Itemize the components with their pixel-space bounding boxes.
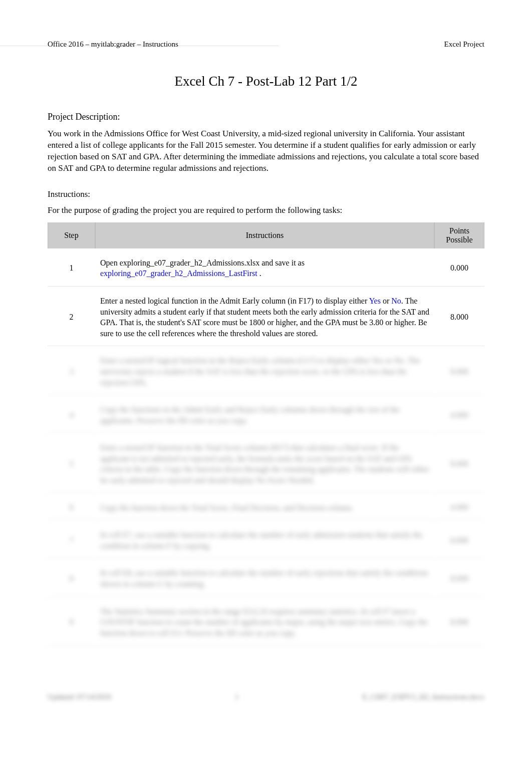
instructions-label: Instructions: [48,189,484,199]
instruction-cell: Enter a nested IF logical function in th… [95,348,434,395]
instruction-cell: The Statistics Summary section in the ra… [95,599,434,646]
step-cell: 4 [48,397,95,433]
instruction-cell: Enter a nested IF function in the Total … [95,435,434,493]
step-cell: 3 [48,348,95,395]
footer-center: 1 [111,693,362,701]
footer-left: Updated: 07/14/2016 [48,693,111,701]
step-cell: 5 [48,435,95,493]
table-row-blurred: 5Enter a nested IF function in the Total… [48,435,484,493]
step-cell: 1 [48,250,95,287]
table-row-blurred: 4Copy the functions in the Admit Early a… [48,397,484,433]
instruction-cell: Copy the function down the Total Score, … [95,495,434,521]
table-row: 1Open exploring_e07_grader_h2_Admissions… [48,250,484,287]
footer-right: E_CH07_EXPV2_H2_Instructions.docx [362,693,484,701]
instructions-table: Step Instructions Points Possible 1Open … [48,220,484,648]
step-cell: 8 [48,561,95,597]
header-left: Office 2016 – myitlab:grader – Instructi… [48,40,178,49]
step-cell: 2 [48,289,95,346]
points-cell: 8.000 [434,561,484,597]
col-header-instructions: Instructions [95,222,434,248]
col-header-points: Points Possible [434,222,484,248]
header-right: Excel Project [444,40,484,49]
points-cell: 8.000 [434,523,484,559]
points-cell: 4.000 [434,495,484,521]
instruction-cell: Enter a nested logical function in the A… [95,289,434,346]
instruction-cell: In cell E8, use a suitable function to c… [95,561,434,597]
points-cell: 8.000 [434,435,484,493]
step-cell: 6 [48,495,95,521]
instruction-cell: Copy the functions in the Admit Early an… [95,397,434,433]
instruction-cell: Open exploring_e07_grader_h2_Admissions.… [95,250,434,287]
points-cell: 8.000 [434,599,484,646]
table-row: 2Enter a nested logical function in the … [48,289,484,346]
table-row-blurred: 7In cell E7, use a suitable function to … [48,523,484,559]
grading-note: For the purpose of grading the project y… [48,205,484,215]
page-title: Excel Ch 7 - Post-Lab 12 Part 1/2 [48,74,484,89]
table-row-blurred: 3Enter a nested IF logical function in t… [48,348,484,395]
step-cell: 9 [48,599,95,646]
project-description-label: Project Description: [48,112,484,122]
table-row-blurred: 8In cell E8, use a suitable function to … [48,561,484,597]
table-row-blurred: 9The Statistics Summary section in the r… [48,599,484,646]
project-description: You work in the Admissions Office for We… [48,128,484,174]
page-footer: Updated: 07/14/2016 1 E_CH07_EXPV2_H2_In… [48,693,484,701]
instruction-cell: In cell E7, use a suitable function to c… [95,523,434,559]
col-header-step: Step [48,222,95,248]
points-cell: 8.000 [434,289,484,346]
instructions-table-wrap: Step Instructions Points Possible 1Open … [48,220,484,648]
points-cell: 8.000 [434,348,484,395]
table-row-blurred: 6Copy the function down the Total Score,… [48,495,484,521]
points-cell: 4.000 [434,397,484,433]
step-cell: 7 [48,523,95,559]
points-cell: 0.000 [434,250,484,287]
